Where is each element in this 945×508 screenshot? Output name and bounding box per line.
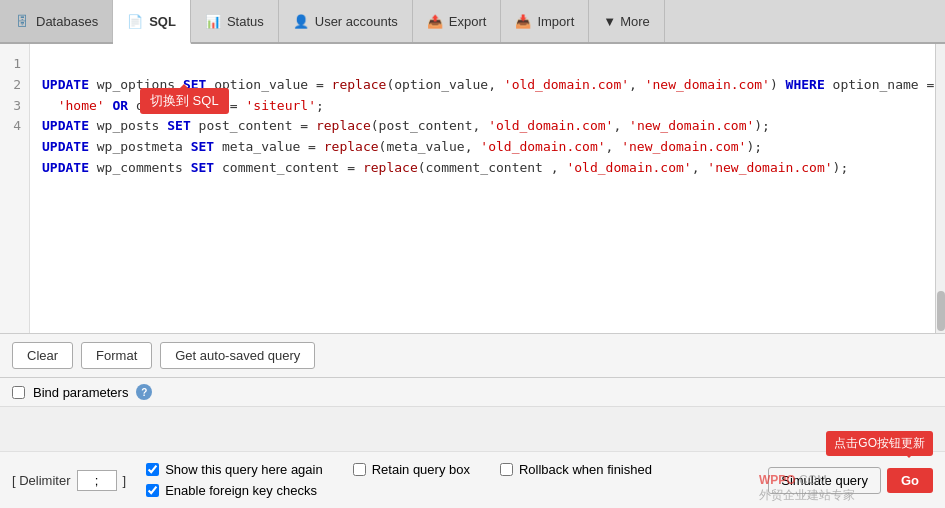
delimiter-label-left: [ Delimiter bbox=[12, 473, 71, 488]
bind-parameters-checkbox[interactable] bbox=[12, 386, 25, 399]
brand-suffix: .COM bbox=[796, 473, 827, 487]
brand-name: WPPO bbox=[759, 473, 796, 487]
user-icon: 👤 bbox=[293, 13, 309, 29]
import-icon: 📥 bbox=[515, 13, 531, 29]
go-tooltip: 点击GO按钮更新 bbox=[826, 431, 933, 456]
line-number: 1 bbox=[8, 54, 21, 75]
status-icon: 📊 bbox=[205, 13, 221, 29]
tab-more[interactable]: ▼ More bbox=[589, 0, 665, 42]
chevron-down-icon: ▼ bbox=[603, 14, 616, 29]
retain-query-label: Retain query box bbox=[372, 462, 470, 477]
checkbox-row-rollback: Rollback when finished bbox=[500, 462, 652, 477]
tab-databases[interactable]: 🗄 Databases bbox=[0, 0, 113, 42]
line-number: 4 bbox=[8, 116, 21, 137]
checkbox-row-show-query: Show this query here again bbox=[146, 462, 323, 477]
tab-export[interactable]: 📤 Export bbox=[413, 0, 502, 42]
tab-databases-label: Databases bbox=[36, 14, 98, 29]
checkboxes-section: Show this query here again Retain query … bbox=[146, 462, 652, 498]
tab-sql-label: SQL bbox=[149, 14, 176, 29]
delimiter-input[interactable] bbox=[77, 470, 117, 491]
database-icon: 🗄 bbox=[14, 13, 30, 29]
checkbox-row-fk: Enable foreign key checks bbox=[146, 483, 652, 498]
bottom-toolbar: Clear Format Get auto-saved query bbox=[0, 334, 945, 378]
bind-parameters-label: Bind parameters bbox=[33, 385, 128, 400]
line-number: 3 bbox=[8, 96, 21, 117]
sql-icon: 📄 bbox=[127, 13, 143, 29]
line-number: 2 bbox=[8, 75, 21, 96]
rollback-label: Rollback when finished bbox=[519, 462, 652, 477]
line-numbers: 1 2 3 4 bbox=[0, 44, 30, 333]
delimiter-section: [ Delimiter ] bbox=[12, 470, 126, 491]
delimiter-label-right: ] bbox=[123, 473, 127, 488]
tab-import-label: Import bbox=[537, 14, 574, 29]
scrollbar-thumb[interactable] bbox=[937, 291, 945, 331]
tab-status[interactable]: 📊 Status bbox=[191, 0, 279, 42]
tab-sql[interactable]: 📄 SQL bbox=[113, 0, 191, 44]
show-query-label: Show this query here again bbox=[165, 462, 323, 477]
sql-switch-tooltip: 切换到 SQL bbox=[140, 88, 229, 114]
enable-fk-checkbox[interactable] bbox=[146, 484, 159, 497]
tab-export-label: Export bbox=[449, 14, 487, 29]
scrollbar-vertical[interactable] bbox=[935, 44, 945, 333]
auto-saved-query-button[interactable]: Get auto-saved query bbox=[160, 342, 315, 369]
show-query-checkbox[interactable] bbox=[146, 463, 159, 476]
clear-button[interactable]: Clear bbox=[12, 342, 73, 369]
tab-import[interactable]: 📥 Import bbox=[501, 0, 589, 42]
checkbox-row-retain-query: Retain query box bbox=[353, 462, 470, 477]
export-icon: 📤 bbox=[427, 13, 443, 29]
tab-status-label: Status bbox=[227, 14, 264, 29]
brand-tagline: 外贸企业建站专家 bbox=[759, 488, 855, 502]
enable-fk-label: Enable foreign key checks bbox=[165, 483, 317, 498]
tab-user-accounts-label: User accounts bbox=[315, 14, 398, 29]
rollback-checkbox[interactable] bbox=[500, 463, 513, 476]
format-button[interactable]: Format bbox=[81, 342, 152, 369]
watermark: WPPO.COM 外贸企业建站专家 bbox=[759, 473, 855, 504]
tab-user-accounts[interactable]: 👤 User accounts bbox=[279, 0, 413, 42]
bind-parameters-row: Bind parameters ? bbox=[0, 378, 945, 407]
tab-more-label: More bbox=[620, 14, 650, 29]
go-button[interactable]: Go bbox=[887, 468, 933, 493]
help-icon[interactable]: ? bbox=[136, 384, 152, 400]
retain-query-checkbox[interactable] bbox=[353, 463, 366, 476]
tab-bar: 🗄 Databases 📄 SQL 📊 Status 👤 User accoun… bbox=[0, 0, 945, 44]
